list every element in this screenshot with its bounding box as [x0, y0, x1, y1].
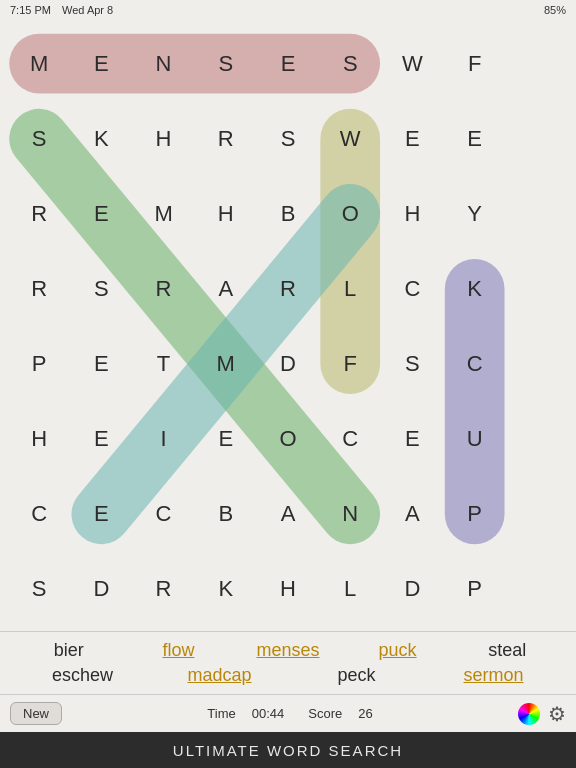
- cell: M: [195, 327, 257, 402]
- cell: E: [70, 26, 132, 101]
- cell: C: [444, 327, 506, 402]
- new-button[interactable]: New: [10, 702, 62, 725]
- cell: [506, 251, 568, 326]
- cell: H: [195, 176, 257, 251]
- word-list-area: bierflowmensespucksteal eschewmadcappeck…: [0, 631, 576, 694]
- word-item: eschew: [38, 665, 128, 686]
- cell: R: [8, 176, 70, 251]
- word-item: flow: [133, 640, 223, 661]
- cell: A: [381, 477, 443, 552]
- cell: B: [257, 176, 319, 251]
- word-item: madcap: [175, 665, 265, 686]
- cell: E: [70, 477, 132, 552]
- cell: C: [381, 251, 443, 326]
- cell: N: [319, 477, 381, 552]
- cell: F: [444, 26, 506, 101]
- settings-icon[interactable]: ⚙: [548, 702, 566, 726]
- score-value: 26: [358, 706, 372, 721]
- cell: H: [132, 101, 194, 176]
- cell: S: [381, 327, 443, 402]
- word-row-1: bierflowmensespucksteal: [14, 640, 562, 661]
- word-item: menses: [243, 640, 333, 661]
- word-search-grid: MENSESWFSKHRSWEEREMHBOHYRSRARLCKPETMDFSC…: [8, 26, 568, 627]
- cell: C: [132, 477, 194, 552]
- cell: L: [319, 251, 381, 326]
- cell: [506, 402, 568, 477]
- cell: [506, 101, 568, 176]
- word-item: peck: [312, 665, 402, 686]
- cell: P: [444, 477, 506, 552]
- grid-container: MENSESWFSKHRSWEEREMHBOHYRSRARLCKPETMDFSC…: [8, 26, 568, 627]
- cell: [506, 552, 568, 627]
- cell: M: [8, 26, 70, 101]
- cell: E: [381, 101, 443, 176]
- cell: B: [195, 477, 257, 552]
- cell: I: [132, 402, 194, 477]
- cell: K: [195, 552, 257, 627]
- cell: L: [319, 552, 381, 627]
- cell: R: [257, 251, 319, 326]
- cell: N: [132, 26, 194, 101]
- cell: E: [444, 101, 506, 176]
- cell: S: [195, 26, 257, 101]
- cell: S: [8, 101, 70, 176]
- cell: R: [132, 552, 194, 627]
- cell: S: [8, 552, 70, 627]
- status-day: Wed Apr 8: [62, 4, 113, 16]
- title-bar: ULTIMATE WORD SEARCH: [0, 732, 576, 768]
- cell: D: [70, 552, 132, 627]
- cell: S: [70, 251, 132, 326]
- time-value: 00:44: [252, 706, 285, 721]
- cell: E: [257, 26, 319, 101]
- cell: R: [132, 251, 194, 326]
- cell: O: [257, 402, 319, 477]
- cell: H: [8, 402, 70, 477]
- cell: K: [70, 101, 132, 176]
- cell: [506, 327, 568, 402]
- cell: S: [319, 26, 381, 101]
- word-item: steal: [462, 640, 552, 661]
- cell: H: [381, 176, 443, 251]
- cell: E: [381, 402, 443, 477]
- word-item: sermon: [449, 665, 539, 686]
- color-wheel-icon[interactable]: [518, 703, 540, 725]
- cell: E: [70, 176, 132, 251]
- time-label: Time: [207, 706, 235, 721]
- cell: C: [8, 477, 70, 552]
- cell: M: [132, 176, 194, 251]
- cell: [506, 26, 568, 101]
- cell: Y: [444, 176, 506, 251]
- cell: H: [257, 552, 319, 627]
- toolbar-info: Time 00:44 Score 26: [62, 706, 518, 721]
- word-row-2: eschewmadcappecksermon: [14, 665, 562, 686]
- status-time: 7:15 PM: [10, 4, 51, 16]
- cell: F: [319, 327, 381, 402]
- cell: A: [257, 477, 319, 552]
- score-label: Score: [308, 706, 342, 721]
- status-right: 85%: [544, 4, 566, 16]
- toolbar-right: ⚙: [518, 702, 566, 726]
- battery-indicator: 85%: [544, 4, 566, 16]
- cell: E: [70, 402, 132, 477]
- cell: R: [195, 101, 257, 176]
- word-item: puck: [353, 640, 443, 661]
- cell: O: [319, 176, 381, 251]
- cell: T: [132, 327, 194, 402]
- cell: S: [257, 101, 319, 176]
- cell: D: [381, 552, 443, 627]
- cell: P: [444, 552, 506, 627]
- cell: C: [319, 402, 381, 477]
- cell: K: [444, 251, 506, 326]
- cell: [506, 477, 568, 552]
- cell: [506, 176, 568, 251]
- status-time-day: 7:15 PM Wed Apr 8: [10, 4, 113, 16]
- cell: W: [319, 101, 381, 176]
- cell: D: [257, 327, 319, 402]
- word-item: bier: [24, 640, 114, 661]
- status-bar: 7:15 PM Wed Apr 8 85%: [0, 0, 576, 20]
- cell: P: [8, 327, 70, 402]
- cell: E: [70, 327, 132, 402]
- cell: E: [195, 402, 257, 477]
- cell: U: [444, 402, 506, 477]
- game-area: MENSESWFSKHRSWEEREMHBOHYRSRARLCKPETMDFSC…: [0, 20, 576, 631]
